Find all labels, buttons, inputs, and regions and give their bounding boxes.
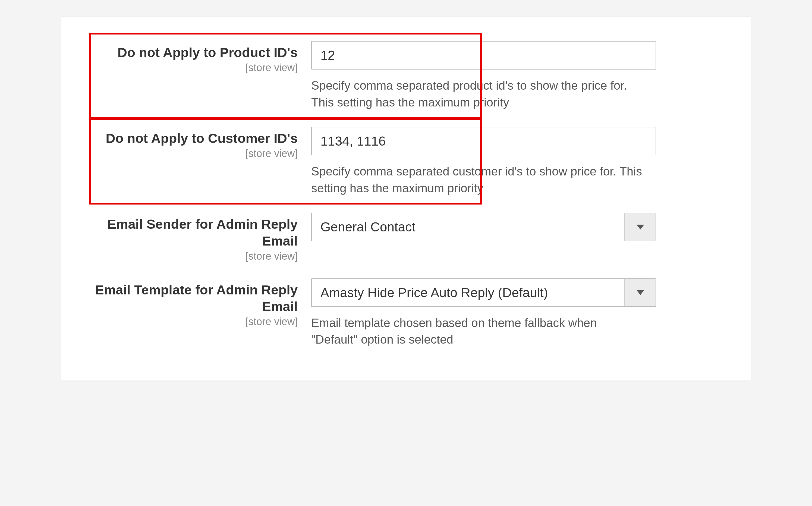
email-template-note: Email template chosen based on theme fal… xyxy=(311,315,621,348)
label-customer-ids: Do not Apply to Customer ID's xyxy=(94,130,298,147)
field-product-ids: Do not Apply to Product ID's [store view… xyxy=(94,41,718,110)
customer-ids-input[interactable] xyxy=(311,127,656,155)
email-template-select[interactable]: Amasty Hide Price Auto Reply (Default) xyxy=(311,278,656,307)
control-col: Specify comma separated customer id's to… xyxy=(311,127,664,196)
scope-email-template: [store view] xyxy=(94,316,298,328)
customer-ids-note: Specify comma separated customer id's to… xyxy=(311,163,642,196)
label-col: Email Sender for Admin Reply Email [stor… xyxy=(94,213,311,262)
label-col: Do not Apply to Product ID's [store view… xyxy=(94,41,311,74)
label-email-template: Email Template for Admin Reply Email xyxy=(94,282,298,315)
scope-customer-ids: [store view] xyxy=(94,148,298,159)
field-email-template: Email Template for Admin Reply Email [st… xyxy=(94,278,718,348)
email-template-select-wrap: Amasty Hide Price Auto Reply (Default) xyxy=(311,278,656,307)
email-sender-select[interactable]: General Contact xyxy=(311,213,656,241)
config-panel: Do not Apply to Product ID's [store view… xyxy=(61,16,751,381)
scope-product-ids: [store view] xyxy=(94,62,298,74)
control-col: Amasty Hide Price Auto Reply (Default) E… xyxy=(311,278,664,348)
field-customer-ids: Do not Apply to Customer ID's [store vie… xyxy=(94,127,718,196)
email-sender-select-wrap: General Contact xyxy=(311,213,656,241)
label-product-ids: Do not Apply to Product ID's xyxy=(94,44,298,61)
product-ids-note: Specify comma separated product id's to … xyxy=(311,77,642,110)
product-ids-input[interactable] xyxy=(311,41,656,70)
label-col: Email Template for Admin Reply Email [st… xyxy=(94,278,311,328)
control-col: General Contact xyxy=(311,213,664,241)
control-col: Specify comma separated product id's to … xyxy=(311,41,664,110)
label-email-sender: Email Sender for Admin Reply Email xyxy=(94,216,298,249)
scope-email-sender: [store view] xyxy=(94,250,298,262)
label-col: Do not Apply to Customer ID's [store vie… xyxy=(94,127,311,159)
field-email-sender: Email Sender for Admin Reply Email [stor… xyxy=(94,213,718,262)
